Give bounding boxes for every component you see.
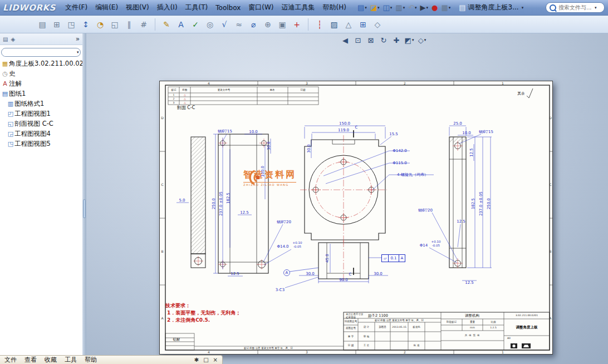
section-view-icon[interactable]: ↕ <box>79 18 92 31</box>
tree-item[interactable]: ◰工程图视图1 <box>0 109 82 119</box>
tree-item[interactable]: ◱剖面视图 C-C <box>0 119 82 129</box>
panel-splitter[interactable] <box>82 33 86 364</box>
zoom-area-icon[interactable]: ⊠ <box>365 35 376 46</box>
dimension-label[interactable]: 182.5 <box>472 198 475 209</box>
dimension-label[interactable]: 30.0 <box>374 272 383 276</box>
blocks-icon[interactable]: ◇ <box>371 18 384 31</box>
tree-item[interactable]: ◲工程图视图4 <box>0 129 82 139</box>
dimension-label[interactable]: 150.0 <box>339 122 350 126</box>
centerline-icon[interactable]: ┆ <box>313 18 326 31</box>
view-orientation-icon[interactable]: ◩▾ <box>404 35 415 46</box>
dimension-label[interactable]: Φ142.0 <box>393 149 407 153</box>
panel-collapse-button[interactable]: » <box>76 35 80 43</box>
dimension-label[interactable]: C <box>349 273 352 277</box>
drawing-sheet[interactable]: 43214321DCBADCBA标记处数更改文件号签名日期123△△△剖面 C-… <box>159 81 553 355</box>
menubar-item[interactable]: 工具(T) <box>182 1 212 14</box>
dimension-label[interactable]: 237.0 ±0.05 <box>219 191 223 216</box>
save-icon[interactable]: ◫▾ <box>381 2 394 13</box>
dimension-label[interactable]: +0.10 <box>432 240 441 244</box>
graphics-area[interactable]: ◀⊡⊠↻✚◩▾◇▾ <box>86 33 608 364</box>
dimension-label[interactable]: 10.0 <box>462 131 471 135</box>
menubar-item[interactable]: 文件(F) <box>61 1 91 14</box>
pan-icon[interactable]: ✚ <box>391 35 402 46</box>
broken-out-section-icon[interactable]: ◱ <box>108 18 121 31</box>
dimension-label[interactable]: 12.5 <box>470 148 474 157</box>
search-dropdown-icon[interactable]: ▾ <box>595 6 597 10</box>
undo-icon[interactable]: ↶▾ <box>406 2 418 13</box>
menubar-item[interactable]: 视图(V) <box>122 1 153 14</box>
bottom-menu-item[interactable]: 工具 <box>65 356 77 364</box>
dimension-label[interactable]: 250.0 <box>487 198 491 209</box>
select-icon[interactable]: ▶▾ <box>419 2 430 13</box>
dimension-label[interactable]: 3-C3 <box>276 288 285 292</box>
surface-finish-icon[interactable]: √ <box>218 18 231 31</box>
feature-tree-tab-icon[interactable]: ▤ <box>3 36 8 42</box>
tree-filter-input[interactable] <box>4 49 76 56</box>
dimension-label[interactable]: 182.5 <box>227 193 231 204</box>
search-input[interactable] <box>558 4 592 11</box>
spell-checker-icon[interactable]: ✓ <box>189 18 202 31</box>
dimension-label[interactable]: -0.05 <box>293 245 301 249</box>
dimension-label[interactable]: 10.0 <box>249 130 258 134</box>
dimension-label[interactable]: 5.0 <box>179 199 185 203</box>
previous-view-icon[interactable]: ◀ <box>340 35 351 46</box>
bottom-menu-item[interactable]: 文件 <box>4 356 17 364</box>
dimension-label[interactable]: 4-螺旋孔（均布） <box>397 173 428 177</box>
crop-view-icon[interactable]: # <box>137 18 150 31</box>
tree-item[interactable]: A注解 <box>0 78 82 88</box>
dimension-label[interactable]: 12.5 <box>465 281 474 285</box>
menubar-item[interactable]: 帮助(H) <box>319 1 350 14</box>
chevron-down-icon[interactable]: ▾ <box>522 6 524 10</box>
open-icon[interactable]: ◪▾ <box>369 2 381 13</box>
balloon-icon[interactable]: ◎ <box>203 18 217 31</box>
options-icon[interactable]: ▦▾ <box>439 2 452 13</box>
revision-symbol-icon[interactable]: △ <box>342 18 355 31</box>
new-document-icon[interactable]: ▤▾ <box>356 2 369 13</box>
dimension-label[interactable]: A <box>286 271 288 275</box>
dimension-label[interactable]: 12.5 <box>457 220 465 224</box>
menubar-item[interactable]: Toolbox <box>212 2 244 13</box>
tree-item[interactable]: ▦角度上板3.02.211.00.0200 <box>0 58 82 68</box>
zoom-fit-icon[interactable]: ⊡ <box>352 35 364 46</box>
paw-icon[interactable]: ✱ <box>194 357 199 363</box>
dimension-label[interactable]: 蜗6▽15 <box>479 130 493 134</box>
dimension-label[interactable]: 237.0 ±0.05 <box>479 191 483 216</box>
center-mark-icon[interactable]: + <box>290 18 303 31</box>
dimension-label[interactable]: Φ14.0 <box>277 245 288 249</box>
dimension-label[interactable]: 15.5 <box>389 132 398 136</box>
menubar-item[interactable]: 迈迪工具集 <box>278 1 319 14</box>
combo-caret-icon[interactable]: ▾ <box>77 50 79 55</box>
dimension-label[interactable]: Φ115.0 <box>393 161 407 165</box>
smart-dimension-icon[interactable]: ✎ <box>160 18 173 31</box>
note-icon[interactable]: A <box>174 18 188 31</box>
geometric-tolerance-frame[interactable]: ▱ 0.1 A <box>381 254 405 262</box>
tree-item[interactable]: ▤图纸1 <box>0 88 82 99</box>
detail-view-icon[interactable]: ◔ <box>94 18 107 31</box>
dimension-label[interactable]: 30.0 <box>307 144 311 153</box>
projected-view-icon[interactable]: ⊞ <box>50 18 63 31</box>
dimension-label[interactable]: 25.0 <box>453 122 462 126</box>
geometric-tolerance-icon[interactable]: ⊕ <box>261 18 274 31</box>
dimension-label[interactable]: 250.0 <box>212 198 216 209</box>
rotate-view-icon[interactable]: ↻ <box>378 35 389 46</box>
dimension-label[interactable]: 12.5 <box>240 211 249 215</box>
dimension-label[interactable]: 119.0 <box>338 129 349 132</box>
tree-filter-combo[interactable]: ▾ <box>1 48 81 57</box>
weld-symbol-icon[interactable]: ≈ <box>232 18 246 31</box>
tree-item[interactable]: ◳工程图视图5 <box>0 139 82 149</box>
display-style-icon[interactable]: ◇▾ <box>416 35 428 46</box>
datum-feature-icon[interactable]: ▣ <box>276 18 289 31</box>
area-hatch-icon[interactable]: ▨ <box>327 18 341 31</box>
dimension-label[interactable]: 蜗6▽15 <box>218 130 232 134</box>
tree-item[interactable]: ◷史 <box>0 68 82 78</box>
auxiliary-view-icon[interactable]: ◳ <box>65 18 78 31</box>
menubar-item[interactable]: 窗口(W) <box>244 1 277 14</box>
dimension-label[interactable]: 12.5 <box>231 272 239 276</box>
splitter-grip[interactable] <box>83 199 86 218</box>
search-box[interactable]: ▾ <box>546 2 605 13</box>
dimension-label[interactable]: 蜗8▽20 <box>277 220 291 224</box>
dimension-label[interactable]: Φ14 <box>420 244 428 248</box>
menubar-item[interactable]: 编辑(E) <box>91 1 122 14</box>
hole-callout-icon[interactable]: ⌀ <box>247 18 260 31</box>
dimension-label[interactable]: 90.0 <box>339 278 348 282</box>
